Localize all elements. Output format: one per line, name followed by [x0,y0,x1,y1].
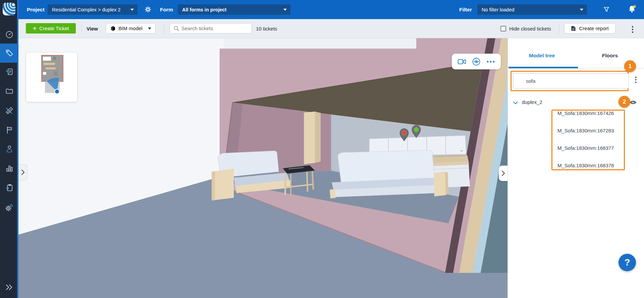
view-mode-value: BIM model [118,25,145,31]
tree-item-sofa[interactable]: M_Sofa:1830mm:168377 [557,144,614,152]
bim-cube-icon [110,26,116,31]
eye-icon [629,99,637,106]
tree-collapse-chevron[interactable] [513,100,519,106]
viewport-floating-toolbar [452,54,501,69]
dalux-swirl-logo-icon [2,2,16,16]
camera-position-dot [55,89,59,94]
gear-icon [144,6,152,13]
right-panel-toggle[interactable] [499,166,507,181]
kebab-menu-icon [632,26,634,33]
filter-funnel-button[interactable] [603,6,610,14]
tree-item-sofa[interactable]: M_Sofa:1830mm:167283 [557,126,614,134]
sidebar-expand-button[interactable] [0,279,18,296]
panel-tabs: Model tree Floors [508,38,644,68]
form-selector-value: All forms in project [182,7,226,12]
viewpoint-camera-button[interactable] [458,58,466,65]
folder-icon [5,87,14,96]
video-camera-icon [458,58,466,65]
model-search-input[interactable] [513,73,629,88]
plus-icon: + [33,25,37,32]
form-selector[interactable]: All forms in project [178,4,290,15]
bim-3d-scene[interactable] [18,38,507,298]
minimap-floorplan [26,53,77,102]
project-selector[interactable]: Residential Complex > duplex 2 [48,4,138,15]
toolbar-overflow-menu[interactable] [630,24,635,36]
eye-circle-icon [472,57,481,66]
sidebar-item-documents[interactable] [0,82,18,100]
chevron-down-icon [130,9,134,11]
ruler-pencil-icon [5,106,14,115]
tree-item-sofa[interactable]: M_Sofa:1830mm:167426 [557,109,614,117]
bar-chart-icon [5,164,14,173]
sidebar-item-settings[interactable] [0,199,18,216]
minimap[interactable] [26,53,77,102]
tall-cabinet [304,112,321,164]
hide-closed-tickets-checkbox[interactable] [500,26,506,32]
bim-3d-viewport[interactable] [18,38,507,298]
tickets-toolbar: + Create Ticket View BIM model 10 ticket… [18,19,644,38]
toolbar-divider [559,23,559,34]
tree-visibility-button[interactable] [629,99,637,106]
model-tree-panel: Model tree Floors 1 [507,38,644,298]
tree-item-sofa[interactable]: M_Sofa:1830mm:168378 [557,161,614,169]
app-logo[interactable] [2,2,16,16]
model-search-annotation-box [511,71,629,91]
active-tab-underline [508,67,578,68]
annotation-badge-1: 1 [624,60,636,72]
kebab-menu-icon [635,76,637,83]
chevron-down-icon [148,27,151,29]
visibility-button[interactable] [472,57,481,66]
left-panel-toggle[interactable] [18,164,28,180]
sidebar-item-milestones[interactable] [0,121,18,139]
sidebar-item-tickets[interactable] [0,44,18,62]
hide-closed-tickets-label[interactable]: Hide closed tickets [509,19,551,38]
document-hammer-icon [5,68,14,76]
model-tree-menu-button[interactable] [634,75,638,86]
filter-selector[interactable]: No filter loaded [477,4,587,15]
view-mode-dropdown[interactable]: BIM model [106,23,156,34]
notifications-button[interactable] [628,5,636,15]
double-chevron-right-icon [5,283,14,292]
sidebar-item-inspections[interactable] [0,63,18,81]
ellipsis-icon [486,60,495,63]
create-report-label: Create report [579,25,608,31]
chevron-down-icon [580,9,583,11]
sidebar-item-handover[interactable] [0,179,18,196]
sidebar-item-users[interactable] [0,140,18,158]
bim-app-window: Project Residential Complex > duplex 2 F… [0,0,644,298]
toolbar-divider [164,23,164,34]
top-navigation-bar: Project Residential Complex > duplex 2 F… [18,0,644,19]
project-settings-button[interactable] [144,6,152,14]
sidebar-item-dashboard[interactable] [0,26,18,43]
chevron-down-icon [283,9,287,11]
annotation-badge-2: 2 [619,96,630,108]
project-label: Project [27,0,45,19]
left-sidebar [0,0,18,298]
main-content: Model tree Floors 1 [18,38,644,298]
viewport-more-button[interactable] [486,60,495,63]
gauge-icon [5,30,14,39]
search-icon [173,25,179,31]
sidebar-item-statistics[interactable] [0,160,18,177]
tab-model-tree[interactable]: Model tree [508,38,576,68]
form-label: Form [160,0,173,19]
person-icon [5,144,14,153]
report-document-icon [571,26,576,31]
view-label: View [87,19,98,38]
toolbar-divider [82,23,82,34]
tree-root-node[interactable]: duplex_2 [522,99,542,105]
tag-icon [5,49,14,57]
clipboard-arrow-icon [5,183,14,192]
funnel-icon [603,6,610,13]
sofa-right[interactable] [330,150,448,198]
tickets-count: 10 tickets [256,19,277,38]
sidebar-item-measurements[interactable] [0,102,18,119]
filter-label: Filter [459,0,472,19]
create-report-button[interactable]: Create report [564,23,615,34]
create-ticket-button[interactable]: + Create Ticket [26,23,76,34]
bell-icon [628,5,636,13]
chevron-right-icon [21,169,25,175]
filter-selector-value: No filter loaded [482,7,515,12]
search-tickets-input[interactable] [170,23,252,34]
help-button[interactable]: ? [619,254,636,271]
